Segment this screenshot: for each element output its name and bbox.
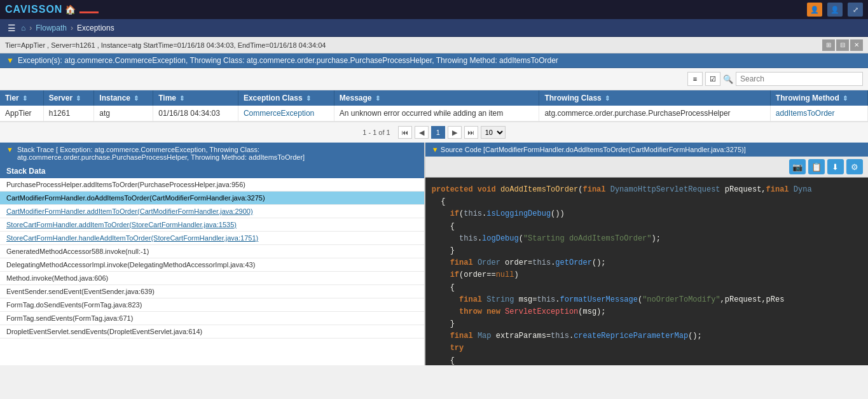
stack-item[interactable]: Method.invoke(Method.java:606) — [0, 272, 424, 285]
info-bar-icons: ⊞ ⊟ ✕ — [822, 39, 863, 51]
cell-message: An unknown error occurred while adding a… — [334, 106, 539, 122]
col-tier: Tier ⇕ — [0, 90, 43, 106]
sep2: › — [71, 24, 73, 32]
stack-item[interactable]: CartModifierFormHandler.doAddItemsToOrde… — [0, 192, 424, 205]
stack-item[interactable]: StoreCartFormHandler.addItemToOrder(Stor… — [0, 218, 424, 232]
logo-text: CAVISSON — [5, 4, 62, 15]
menu-button[interactable]: ☰ — [5, 22, 18, 34]
data-table: Tier ⇕ Server ⇕ Instance ⇕ Time ⇕ Except… — [0, 90, 868, 122]
source-panel: ▼ Source Code [CartModifierFormHandler.d… — [425, 143, 868, 365]
info-icon-1[interactable]: ⊞ — [822, 39, 835, 51]
col-message: Message ⇕ — [334, 90, 539, 106]
search-input[interactable] — [736, 72, 863, 86]
stack-item[interactable]: CartModifierFormHandler.addItemToOrder(C… — [0, 205, 424, 218]
source-arrow: ▼ — [432, 146, 439, 153]
stack-item[interactable]: DropletEventServlet.sendEvents(DropletEv… — [0, 325, 424, 339]
stack-panel: ▼ Stack Trace [ Exception: atg.commerce.… — [0, 143, 425, 365]
exception-header-text: Exception(s): atg.commerce.CommerceExcep… — [18, 56, 558, 65]
page-1-btn[interactable]: 1 — [431, 126, 445, 139]
cell-server: h1261 — [43, 106, 94, 122]
stack-panel-header: ▼ Stack Trace [ Exception: atg.commerce.… — [0, 143, 424, 164]
throwing-method-link[interactable]: addItemsToOrder — [776, 109, 835, 118]
first-page-btn[interactable]: ⏮ — [398, 126, 412, 139]
next-page-btn[interactable]: ▶ — [448, 126, 462, 139]
list-view-btn[interactable]: ≡ — [687, 72, 703, 86]
settings-btn[interactable]: ⚙ — [846, 159, 863, 174]
sep1: › — [29, 24, 32, 32]
expand-icon-btn[interactable]: ⤢ — [848, 3, 863, 17]
prev-page-btn[interactable]: ◀ — [415, 126, 429, 139]
code-area: protected void doAddItemsToOrder(final D… — [425, 178, 868, 365]
exception-arrow: ▼ — [6, 56, 14, 65]
stack-list: PurchaseProcessHelper.addItemsToOrder(Pu… — [0, 178, 424, 365]
table-header-row: Tier ⇕ Server ⇕ Instance ⇕ Time ⇕ Except… — [0, 90, 868, 106]
flowpath-link[interactable]: Flowpath — [36, 24, 67, 32]
home-link[interactable]: ⌂ — [21, 24, 25, 32]
stack-item[interactable]: PurchaseProcessHelper.addItemsToOrder(Pu… — [0, 178, 424, 192]
grid-view-btn[interactable]: ☑ — [705, 72, 720, 86]
col-exception-class: Exception Class ⇕ — [238, 90, 334, 106]
page-size-select[interactable]: 10 25 50 — [481, 126, 506, 139]
source-toolbar: 📷 📋 ⬇ ⚙ — [425, 157, 868, 178]
stack-data-header: Stack Data — [0, 164, 424, 178]
col-instance: Instance ⇕ — [94, 90, 153, 106]
cell-throwing-class: atg.commerce.order.purchase.PurchaseProc… — [539, 106, 770, 122]
table-container: ≡ ☑ 🔍 Tier ⇕ Server ⇕ Instance ⇕ Time ⇕ … — [0, 68, 868, 143]
stack-item[interactable]: DelegatingMethodAccessorImpl.invoke(Dele… — [0, 258, 424, 272]
search-icon: 🔍 — [723, 74, 733, 84]
stack-header-text: Stack Trace [ Exception: atg.commerce.Co… — [17, 146, 418, 161]
source-header-text: Source Code [CartModifierFormHandler.doA… — [441, 146, 746, 153]
cell-time: 01/16/18 04:34:03 — [153, 106, 238, 122]
nav-bar: ☰ ⌂ › Flowpath › Exceptions — [0, 19, 868, 37]
user-icon-btn[interactable]: 👤 — [827, 3, 843, 17]
download-btn[interactable]: ⬇ — [827, 159, 844, 174]
bottom-split: ▼ Stack Trace [ Exception: atg.commerce.… — [0, 143, 868, 365]
logo-house: 🏠 — [65, 4, 76, 15]
stack-item[interactable]: FormTag.sendEvents(FormTag.java:671) — [0, 312, 424, 325]
current-page: Exceptions — [77, 24, 114, 32]
cell-instance: atg — [94, 106, 153, 122]
info-icon-2[interactable]: ⊟ — [836, 39, 849, 51]
info-bar-text: Tier=AppTier , Server=h1261 , Instance=a… — [5, 41, 326, 49]
cell-exception-class: CommerceException — [238, 106, 334, 122]
stack-item[interactable]: EventSender.sendEvent(EventSender.java:6… — [0, 285, 424, 298]
cell-throwing-method: addItemsToOrder — [770, 106, 867, 122]
stack-arrow: ▼ — [6, 146, 13, 153]
pagination: 1 - 1 of 1 ⏮ ◀ 1 ▶ ⏭ 10 25 50 — [0, 122, 868, 143]
logo-area: CAVISSON 🏠 — [5, 4, 99, 15]
col-server: Server ⇕ — [43, 90, 94, 106]
col-throwing-class: Throwing Class ⇕ — [539, 90, 770, 106]
cell-tier: AppTier — [0, 106, 43, 122]
stack-item[interactable]: StoreCartFormHandler.handleAddItemToOrde… — [0, 232, 424, 245]
table-toolbar: ≡ ☑ 🔍 — [0, 68, 868, 90]
source-panel-header: ▼ Source Code [CartModifierFormHandler.d… — [425, 143, 868, 157]
col-throwing-method: Throwing Method ⇕ — [770, 90, 867, 106]
info-bar: Tier=AppTier , Server=h1261 , Instance=a… — [0, 37, 868, 53]
table-row: AppTier h1261 atg 01/16/18 04:34:03 Comm… — [0, 106, 868, 122]
exception-header: ▼ Exception(s): atg.commerce.CommerceExc… — [0, 53, 868, 68]
last-page-btn[interactable]: ⏭ — [464, 126, 478, 139]
page-info: 1 - 1 of 1 — [362, 129, 390, 136]
stack-item[interactable]: GeneratedMethodAccessor588.invoke(null:-… — [0, 245, 424, 258]
info-icon-3[interactable]: ✕ — [850, 39, 863, 51]
copy-btn[interactable]: 📋 — [808, 159, 825, 174]
stack-item[interactable]: FormTag.doSendEvents(FormTag.java:823) — [0, 298, 424, 312]
col-time: Time ⇕ — [153, 90, 238, 106]
camera-btn[interactable]: 📷 — [789, 159, 806, 174]
top-bar-right: 👤 👤 ⤢ — [807, 3, 863, 17]
monitor-icon-btn[interactable]: 👤 — [807, 3, 822, 17]
exception-class-link[interactable]: CommerceException — [244, 109, 314, 118]
top-bar: CAVISSON 🏠 👤 👤 ⤢ — [0, 0, 868, 19]
